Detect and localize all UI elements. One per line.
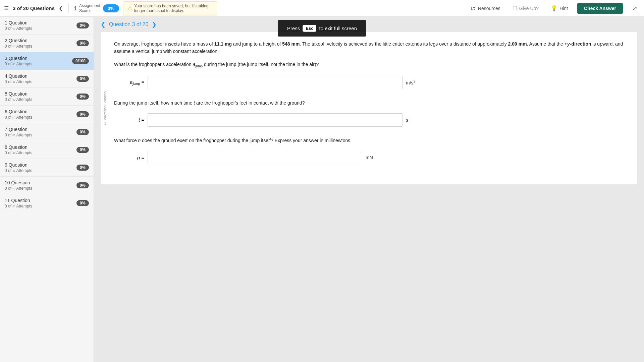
sidebar-item-title-1: 1 Question [5, 20, 32, 25]
esc-to-exit-text: to exit full screen [319, 25, 357, 31]
sidebar-item-attempts-10: 0 of ∞ Attempts [5, 186, 32, 191]
a2-label: t = [117, 117, 144, 123]
a1-label: ajump = [117, 79, 144, 86]
content-area: Press Esc to exit full screen ❮ Question… [94, 17, 644, 362]
question-nav-title: Question 3 of 20 [109, 21, 148, 27]
check-answer-button[interactable]: Check Answer [577, 3, 623, 14]
question-nav-bar: ❮ Question 3 of 20 ❯ [94, 17, 644, 32]
warning-message: Your score has been saved, but it's taki… [134, 4, 213, 13]
warning-toast: ⚠ Your score has been saved, but it's ta… [123, 1, 217, 15]
sidebar-item-attempts-2: 0 of ∞ Attempts [5, 44, 32, 49]
a2-unit: s [406, 117, 416, 123]
sidebar-item-6[interactable]: 6 Question0 of ∞ Attempts0% [0, 106, 94, 123]
macmillan-text: © Macmillan Learning [103, 92, 107, 125]
a1-input[interactable] [148, 76, 402, 89]
hint-label: Hint [559, 6, 568, 11]
q1-text: What is the froghopper's acceleration aj… [114, 61, 627, 69]
sidebar-item-attempts-6: 0 of ∞ Attempts [5, 115, 32, 120]
question-card: © Macmillan Learning On average, froghop… [101, 32, 637, 184]
sidebar-score-badge-7: 0% [76, 129, 89, 135]
sidebar-score-badge-3: 0/100 [72, 58, 89, 64]
sidebar-item-title-4: 4 Question [5, 73, 32, 79]
give-up-button[interactable]: ☐ Give Up? [510, 4, 541, 13]
sidebar-item-title-5: 5 Question [5, 91, 32, 97]
warning-icon: ⚠ [127, 5, 132, 11]
sidebar-score-badge-11: 0% [76, 200, 89, 206]
info-section: ℹ AssignmentScore: 0% [74, 3, 119, 13]
sidebar-item-attempts-9: 0 of ∞ Attempts [5, 168, 32, 173]
questions-count-label: 3 of 20 Questions [13, 5, 55, 11]
sidebar-item-attempts-5: 0 of ∞ Attempts [5, 97, 32, 102]
sidebar-item-2[interactable]: 2 Question0 of ∞ Attempts0% [0, 35, 94, 52]
prev-question-button[interactable]: ❮ [101, 21, 106, 28]
give-up-label: Give Up? [519, 6, 539, 11]
sidebar-item-3[interactable]: 3 Question0 of ∞ Attempts0/100 [0, 52, 94, 70]
esc-overlay: Press Esc to exit full screen [278, 20, 366, 37]
sidebar-score-badge-6: 0% [76, 111, 89, 117]
sidebar-item-title-6: 6 Question [5, 109, 32, 114]
a1-unit: m/s2 [406, 79, 416, 85]
sidebar-item-title-10: 10 Question [5, 180, 32, 185]
fullscreen-button[interactable]: ⤢ [630, 3, 640, 13]
sidebar-score-badge-1: 0% [76, 22, 89, 28]
sidebar-score-badge-9: 0% [76, 165, 89, 171]
question-content: On average, froghopper insects have a ma… [101, 32, 637, 184]
a2-input[interactable] [148, 113, 402, 127]
answer-row-1: ajump = m/s2 [114, 76, 627, 89]
sidebar-item-title-11: 11 Question [5, 198, 32, 203]
sidebar-score-badge-10: 0% [76, 182, 89, 188]
sidebar-item-title-9: 9 Question [5, 162, 32, 168]
hint-icon: 💡 [551, 5, 557, 11]
sidebar-item-attempts-4: 0 of ∞ Attempts [5, 79, 32, 84]
sidebar-item-attempts-11: 0 of ∞ Attempts [5, 204, 32, 208]
sidebar-item-title-3: 3 Question [5, 56, 32, 61]
sidebar-item-9[interactable]: 9 Question0 of ∞ Attempts0% [0, 159, 94, 177]
q2-text: During the jump itself, how much time t … [114, 99, 627, 107]
give-up-icon: ☐ [513, 5, 517, 11]
q3-text: What force n does the ground exert on th… [114, 137, 627, 144]
a3-input[interactable] [148, 151, 362, 164]
esc-press-text: Press [287, 25, 300, 31]
sidebar-item-7[interactable]: 7 Question0 of ∞ Attempts0% [0, 123, 94, 141]
sidebar-score-badge-4: 0% [76, 76, 89, 82]
hamburger-icon[interactable]: ☰ [4, 5, 9, 11]
sidebar: 1 Question0 of ∞ Attempts0%2 Question0 o… [0, 17, 94, 362]
sidebar-item-1[interactable]: 1 Question0 of ∞ Attempts0% [0, 17, 94, 35]
resources-label: Resources [478, 6, 500, 11]
macmillan-label: © Macmillan Learning [101, 32, 110, 184]
sidebar-item-title-7: 7 Question [5, 127, 32, 132]
header-divider [68, 3, 69, 13]
resources-icon: 🗂 [471, 5, 476, 11]
sidebar-item-5[interactable]: 5 Question0 of ∞ Attempts0% [0, 88, 94, 106]
question-intro: On average, froghopper insects have a ma… [114, 40, 627, 55]
resources-button[interactable]: 🗂 Resources [468, 4, 503, 13]
sidebar-item-11[interactable]: 11 Question0 of ∞ Attempts0% [0, 194, 94, 212]
a3-label: n = [117, 155, 144, 161]
collapse-sidebar-button[interactable]: ❮ [59, 5, 63, 11]
next-question-button[interactable]: ❯ [152, 21, 157, 28]
sidebar-item-10[interactable]: 10 Question0 of ∞ Attempts0% [0, 177, 94, 194]
score-badge: 0% [103, 4, 119, 12]
sidebar-item-attempts-8: 0 of ∞ Attempts [5, 150, 32, 155]
assignment-score-label: AssignmentScore: [79, 3, 100, 13]
main-layout: 1 Question0 of ∞ Attempts0%2 Question0 o… [0, 17, 644, 362]
top-header: ☰ 3 of 20 Questions ❮ ℹ AssignmentScore:… [0, 0, 644, 17]
sidebar-item-8[interactable]: 8 Question0 of ∞ Attempts0% [0, 141, 94, 159]
sidebar-score-badge-8: 0% [76, 147, 89, 153]
a3-unit: mN [366, 155, 376, 160]
answer-row-3: n = mN [114, 151, 627, 164]
sidebar-score-badge-5: 0% [76, 94, 89, 100]
sidebar-item-attempts-3: 0 of ∞ Attempts [5, 62, 32, 66]
sidebar-item-title-2: 2 Question [5, 38, 32, 43]
sidebar-item-4[interactable]: 4 Question0 of ∞ Attempts0% [0, 70, 94, 88]
sidebar-item-attempts-7: 0 of ∞ Attempts [5, 133, 32, 137]
answer-row-2: t = s [114, 113, 627, 127]
sidebar-score-badge-2: 0% [76, 40, 89, 46]
info-icon: ℹ [74, 5, 76, 12]
sidebar-item-title-8: 8 Question [5, 144, 32, 150]
sidebar-item-attempts-1: 0 of ∞ Attempts [5, 26, 32, 31]
header-actions: 🗂 Resources ☐ Give Up? 💡 Hint Check Answ… [468, 3, 640, 14]
esc-key-badge: Esc [303, 25, 316, 32]
hint-button[interactable]: 💡 Hint [548, 4, 571, 13]
